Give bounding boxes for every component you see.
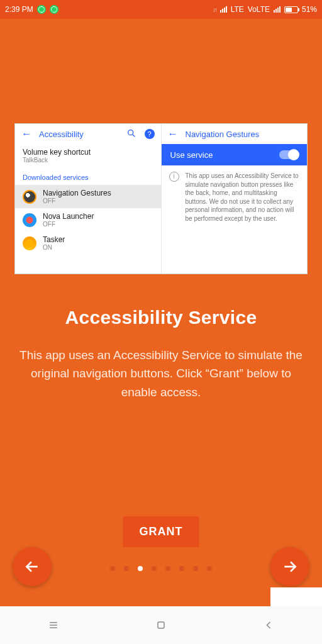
use-service-bar: Use service bbox=[162, 144, 308, 165]
card-left-header: ← Accessibility ? bbox=[15, 124, 161, 144]
svg-point-0 bbox=[128, 130, 133, 135]
page-indicator bbox=[110, 566, 212, 571]
illustration-card: ← Accessibility ? Volume key shortcut Ta… bbox=[14, 123, 308, 274]
service-info-row: i This app uses an Accessibility Service… bbox=[162, 165, 308, 229]
arrow-left-icon bbox=[24, 558, 40, 575]
battery-percent: 51% bbox=[302, 5, 317, 14]
page-dot[interactable] bbox=[179, 566, 184, 571]
whatsapp-icon bbox=[37, 5, 46, 14]
page-dot[interactable] bbox=[193, 566, 198, 571]
signal-icon bbox=[220, 6, 227, 13]
vks-subtitle: TalkBack bbox=[23, 157, 91, 164]
card-left-pane: ← Accessibility ? Volume key shortcut Ta… bbox=[15, 124, 161, 274]
back-button[interactable] bbox=[262, 618, 275, 632]
downloaded-services-label: Downloaded services bbox=[15, 167, 161, 185]
service-info-text: This app uses an Accessibility Service t… bbox=[186, 172, 300, 223]
page-dot[interactable] bbox=[124, 566, 129, 571]
tasker-icon bbox=[23, 236, 36, 250]
next-button[interactable] bbox=[270, 547, 309, 586]
home-button[interactable] bbox=[154, 618, 168, 632]
service-name: Nova Launcher bbox=[43, 212, 94, 221]
page-dot[interactable] bbox=[207, 566, 212, 571]
service-row-tasker: Tasker ON bbox=[15, 231, 161, 255]
service-state: OFF bbox=[43, 221, 94, 228]
whatsapp-icon bbox=[50, 5, 58, 14]
vks-title: Volume key shortcut bbox=[23, 148, 91, 157]
onboarding-page: ← Accessibility ? Volume key shortcut Ta… bbox=[0, 19, 322, 606]
volume-key-shortcut-row: Volume key shortcut TalkBack bbox=[15, 144, 161, 167]
service-name: Navigation Gestures bbox=[43, 189, 111, 197]
nav-gestures-icon bbox=[23, 190, 36, 204]
page-dot[interactable] bbox=[110, 566, 115, 571]
status-bar: 2:39 PM ↓↑ LTE VoLTE 51% bbox=[0, 0, 322, 19]
card-right-title: Navigation Gestures bbox=[186, 130, 260, 139]
page-title: Accessibility Service bbox=[65, 307, 257, 328]
grant-button[interactable]: GRANT bbox=[123, 516, 199, 547]
page-dot[interactable] bbox=[138, 566, 143, 571]
battery-icon bbox=[284, 6, 298, 13]
system-nav-bar bbox=[0, 606, 322, 644]
card-right-header: ← Navigation Gestures bbox=[162, 124, 308, 144]
info-icon: i bbox=[169, 172, 179, 182]
signal-icon-2 bbox=[274, 6, 280, 13]
svg-rect-7 bbox=[158, 622, 164, 628]
service-state: ON bbox=[43, 244, 65, 251]
status-time: 2:39 PM bbox=[5, 5, 33, 14]
search-icon bbox=[126, 128, 137, 140]
use-service-label: Use service bbox=[170, 150, 213, 160]
toggle-on-icon bbox=[279, 150, 298, 159]
page-dot[interactable] bbox=[165, 566, 170, 571]
network-label-2: VoLTE bbox=[248, 5, 270, 14]
nova-launcher-icon bbox=[23, 213, 36, 227]
recents-button[interactable] bbox=[47, 618, 60, 632]
prev-button[interactable] bbox=[13, 547, 52, 586]
page-dot[interactable] bbox=[152, 566, 157, 571]
card-right-pane: ← Navigation Gestures Use service i This… bbox=[161, 124, 308, 274]
back-arrow-icon: ← bbox=[168, 128, 178, 140]
service-row-nova: Nova Launcher OFF bbox=[15, 208, 161, 231]
service-row-nav-gestures: Navigation Gestures OFF bbox=[15, 185, 161, 208]
arrow-right-icon bbox=[282, 558, 298, 575]
card-left-title: Accessibility bbox=[39, 130, 84, 139]
service-name: Tasker bbox=[43, 235, 65, 244]
corner-overlay bbox=[270, 587, 322, 606]
help-icon: ? bbox=[145, 129, 155, 139]
service-state: OFF bbox=[43, 197, 111, 204]
network-label-1: LTE bbox=[231, 5, 244, 14]
back-arrow-icon: ← bbox=[21, 128, 31, 140]
data-activity-icon: ↓↑ bbox=[213, 6, 216, 13]
page-description: This app uses an Accessibility Service t… bbox=[0, 346, 322, 401]
svg-line-1 bbox=[133, 135, 135, 136]
